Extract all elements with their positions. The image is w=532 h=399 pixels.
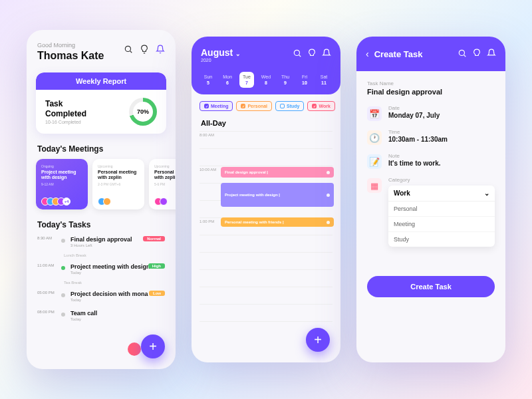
bulb-icon[interactable]: [140, 45, 149, 54]
tasks-heading: Today's Tasks: [27, 215, 176, 232]
calendar-day[interactable]: Thu9: [278, 72, 293, 88]
break-label: Lunch Break: [37, 251, 165, 259]
svg-line-3: [299, 55, 301, 57]
search-icon[interactable]: [458, 49, 467, 58]
calendar-day[interactable]: Wed8: [259, 72, 273, 88]
filter-tag-personal[interactable]: Personal: [236, 101, 272, 111]
meeting-card[interactable]: Upcoming Personal meeting with zeplin 2-…: [92, 159, 144, 209]
category-icon: ▦: [367, 178, 382, 193]
svg-line-5: [464, 55, 466, 57]
report-heading: TaskCompleted: [45, 99, 86, 118]
priority-badge: High: [148, 263, 165, 269]
allday-heading: All-Day: [192, 118, 340, 131]
event-block[interactable]: Project meeting with design |: [221, 183, 334, 207]
note-field[interactable]: 📝 NoteIt's time to work.: [367, 153, 495, 169]
add-button[interactable]: +: [141, 334, 165, 358]
svg-point-2: [294, 50, 299, 55]
add-button[interactable]: +: [306, 328, 330, 352]
timeline-row: [200, 304, 332, 321]
create-task-button[interactable]: Create Task: [367, 276, 495, 297]
event-block[interactable]: Personal meeting with friends |: [221, 217, 334, 227]
time-field[interactable]: 🕐 Time10:30am - 11:30am: [367, 129, 495, 145]
bell-icon[interactable]: [156, 45, 165, 54]
meetings-heading: Today's Meetings: [27, 139, 176, 156]
note-icon: 📝: [367, 154, 382, 169]
svg-line-1: [130, 51, 132, 53]
svg-point-0: [125, 46, 130, 51]
clock-icon: 🕐: [367, 130, 382, 145]
task-name-input[interactable]: Final design approval: [367, 88, 495, 96]
timeline-row: 8:00 AM: [200, 131, 332, 148]
task-row[interactable]: 08:00 PM Team callToday: [37, 306, 165, 325]
meeting-card[interactable]: Upcoming Personal meeting with zeplin 5-…: [149, 159, 176, 209]
create-task-screen: ‹ Create Task Task Name Final design app…: [356, 37, 505, 362]
calendar-day[interactable]: Tue7: [239, 72, 254, 88]
timeline-row: [200, 148, 332, 166]
calendar-day[interactable]: Fri10: [297, 72, 312, 88]
task-row[interactable]: 05:00 PM Project decision with monaToday…: [37, 287, 165, 306]
progress-ring: 70%: [129, 98, 157, 126]
meeting-card[interactable]: Ongoing Project meeting with design 9-12…: [36, 159, 88, 209]
avatar-stack: +4: [41, 198, 70, 205]
dropdown-option[interactable]: Study: [388, 232, 495, 247]
filter-tag-work[interactable]: Work: [307, 101, 334, 111]
calendar-day[interactable]: Sun5: [201, 72, 215, 88]
calendar-icon: 📅: [367, 106, 382, 121]
bell-icon[interactable]: [322, 49, 331, 58]
bell-icon[interactable]: [487, 49, 496, 58]
category-field[interactable]: ▦ Category Work⌄ Personal Meeting Study: [367, 177, 495, 247]
dropdown-option[interactable]: Meeting: [388, 217, 495, 232]
fab-secondary[interactable]: [128, 342, 141, 356]
page-title: Create Task: [374, 49, 423, 59]
bulb-icon[interactable]: [472, 49, 481, 58]
bulb-icon[interactable]: [307, 49, 317, 58]
search-icon[interactable]: [293, 49, 302, 58]
report-title: Weekly Report: [36, 72, 166, 90]
report-sub: 10-16 Completed: [45, 120, 86, 124]
weekly-report-card[interactable]: Weekly Report TaskCompleted 10-16 Comple…: [36, 72, 166, 134]
timeline-row: [200, 269, 332, 287]
filter-tag-study[interactable]: Study: [275, 101, 304, 111]
timeline-row: [200, 252, 332, 269]
priority-badge: Low: [149, 291, 165, 296]
timeline-row: [200, 287, 332, 304]
calendar-day[interactable]: Mon6: [220, 72, 235, 88]
category-dropdown[interactable]: Work⌄ Personal Meeting Study: [388, 186, 495, 247]
date-field[interactable]: 📅 DateMonday 07, July: [367, 105, 495, 121]
priority-badge: Normal: [143, 236, 165, 241]
progress-percent: 70%: [133, 102, 153, 122]
break-label: Tea Break: [37, 279, 165, 287]
task-row[interactable]: 11:00 AM Project meeting with designToda…: [37, 259, 165, 279]
svg-point-4: [459, 50, 464, 55]
chevron-down-icon: ⌄: [484, 190, 489, 197]
task-name-label: Task Name: [367, 80, 495, 86]
calendar-screen: August ⌄ 2020 Sun5Mon6Tue7Wed8Thu9Fri10S…: [192, 37, 340, 362]
task-row[interactable]: 8:30 AM Final design approval3 Hours Lef…: [37, 232, 165, 251]
home-screen: Good Morning Thomas Kate Weekly Report T…: [27, 30, 176, 369]
filter-tag-meeting[interactable]: Meeting: [200, 101, 233, 111]
event-block[interactable]: Final design approval |: [221, 167, 334, 178]
search-icon[interactable]: [124, 45, 133, 54]
dropdown-option[interactable]: Personal: [388, 201, 495, 217]
calendar-day[interactable]: Sat11: [317, 72, 331, 88]
back-icon[interactable]: ‹: [366, 49, 369, 59]
timeline-row: [200, 235, 332, 252]
